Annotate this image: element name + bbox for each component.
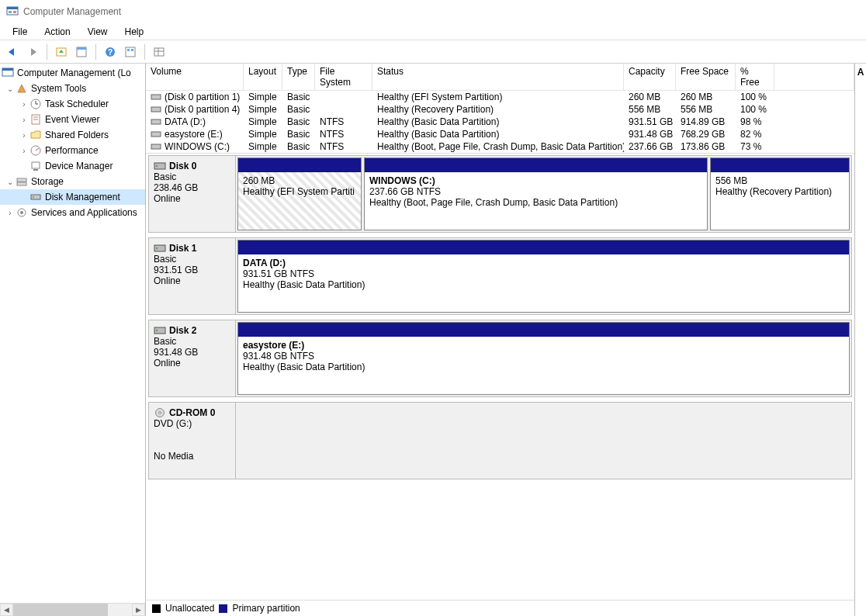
disk-row[interactable]: Disk 1Basic931.51 GBOnlineDATA (D:)931.5…	[148, 237, 852, 315]
volume-type-cell: Basic	[282, 116, 315, 128]
tree-task-scheduler[interactable]: › Task Scheduler	[0, 96, 145, 112]
col-filesystem[interactable]: File System	[315, 64, 372, 91]
disk-row[interactable]: CD-ROM 0DVD (G:)No Media	[148, 402, 852, 479]
help-button[interactable]: ?	[101, 43, 120, 61]
disk-partitions: easystore (E:)931.48 GB NTFSHealthy (Bas…	[236, 320, 851, 396]
scroll-thumb[interactable]	[13, 604, 108, 616]
tree-label: System Tools	[31, 83, 86, 94]
svg-rect-1	[7, 7, 18, 9]
actions-pane-collapsed[interactable]: A	[855, 64, 866, 616]
disk-management-icon	[29, 191, 42, 203]
disk-state: Online	[154, 275, 230, 286]
expand-icon[interactable]: ›	[19, 100, 29, 109]
expand-icon[interactable]: ›	[19, 147, 29, 155]
expand-icon[interactable]: ›	[19, 131, 29, 140]
disk-state: Online	[154, 193, 230, 204]
col-capacity[interactable]: Capacity	[624, 64, 676, 91]
volume-percent-cell: 82 %	[736, 128, 774, 140]
col-free-space[interactable]: Free Space	[676, 64, 736, 91]
svg-point-32	[20, 211, 23, 214]
scroll-right-icon[interactable]: ▶	[132, 604, 145, 616]
partition[interactable]: DATA (D:)931.51 GB NTFSHealthy (Basic Da…	[237, 240, 850, 313]
legend-unallocated-label: Unallocated	[165, 603, 214, 614]
menu-help[interactable]: Help	[117, 25, 152, 39]
partition-title: easystore (E:)	[243, 340, 844, 351]
disk-row[interactable]: Disk 0Basic238.46 GBOnline260 MBHealthy …	[148, 155, 852, 233]
tree-system-tools[interactable]: ⌄ System Tools	[0, 81, 145, 96]
tree-root[interactable]: Computer Management (Lo	[0, 65, 145, 81]
disk-type: DVD (G:)	[154, 418, 230, 429]
volume-free-cell: 768.29 GB	[676, 128, 736, 140]
window-title: Computer Management	[23, 6, 121, 17]
tree-storage[interactable]: ⌄ Storage	[0, 174, 145, 189]
volume-layout-cell: Simple	[244, 91, 282, 103]
partition-size: 260 MB	[243, 175, 356, 186]
partition-status: Healthy (EFI System Partiti	[243, 186, 356, 197]
collapse-icon[interactable]: ⌄	[5, 178, 16, 186]
volume-row[interactable]: (Disk 0 partition 1)SimpleBasicHealthy (…	[146, 91, 854, 103]
volume-icon	[151, 130, 161, 139]
svg-rect-25	[32, 162, 40, 168]
svg-rect-35	[151, 119, 161, 124]
menubar: File Action View Help	[0, 23, 866, 40]
collapse-icon[interactable]: ⌄	[5, 85, 16, 93]
partition[interactable]: easystore (E:)931.48 GB NTFSHealthy (Bas…	[237, 322, 850, 395]
partition[interactable]: 556 MBHealthy (Recovery Partition)	[710, 157, 850, 230]
partition[interactable]: WINDOWS (C:)237.66 GB NTFSHealthy (Boot,…	[364, 157, 708, 230]
tree-event-viewer[interactable]: › Event Viewer	[0, 112, 145, 127]
scroll-track[interactable]	[13, 604, 132, 616]
performance-icon	[29, 144, 42, 157]
col-status[interactable]: Status	[372, 64, 624, 91]
disk-size: 238.46 GB	[154, 182, 230, 193]
volume-fs-cell: NTFS	[315, 140, 372, 153]
back-button[interactable]	[3, 43, 22, 61]
properties-button[interactable]	[72, 43, 91, 61]
volume-row[interactable]: WINDOWS (C:)SimpleBasicNTFSHealthy (Boot…	[146, 140, 854, 153]
partition-body: WINDOWS (C:)237.66 GB NTFSHealthy (Boot,…	[365, 172, 707, 230]
tree-shared-folders[interactable]: › Shared Folders	[0, 127, 145, 143]
svg-rect-6	[77, 47, 86, 50]
col-volume[interactable]: Volume	[146, 64, 244, 91]
col-layout[interactable]: Layout	[244, 64, 282, 91]
expand-icon[interactable]: ›	[19, 116, 29, 124]
partition-stripe	[238, 158, 361, 172]
disk-size: 931.51 GB	[154, 265, 230, 275]
disk-icon	[154, 161, 166, 171]
menu-action[interactable]: Action	[36, 25, 78, 39]
volume-capacity-cell: 237.66 GB	[624, 140, 676, 153]
svg-point-30	[33, 196, 34, 198]
col-type[interactable]: Type	[282, 64, 315, 91]
settings-button[interactable]	[121, 43, 140, 61]
volume-status-cell: Healthy (Basic Data Partition)	[372, 116, 624, 128]
disk-icon	[154, 243, 166, 254]
expand-icon[interactable]: ›	[5, 209, 16, 217]
col-percent-free[interactable]: % Free	[736, 64, 774, 91]
volume-capacity-cell: 931.48 GB	[624, 128, 676, 140]
menu-file[interactable]: File	[5, 25, 35, 39]
volume-percent-cell: 100 %	[736, 103, 774, 116]
disk-info: Disk 0Basic238.46 GBOnline	[149, 156, 236, 232]
volume-name-cell: (Disk 0 partition 1)	[146, 91, 244, 103]
tree-label: Event Viewer	[45, 114, 99, 125]
svg-rect-10	[127, 49, 130, 51]
tree-label: Device Manager	[45, 161, 113, 171]
scroll-left-icon[interactable]: ◀	[0, 604, 13, 616]
volume-list: Volume Layout Type File System Status Ca…	[146, 64, 854, 154]
tree-device-manager[interactable]: Device Manager	[0, 158, 145, 174]
disk-row[interactable]: Disk 2Basic931.48 GBOnlineeasystore (E:)…	[148, 320, 852, 397]
volume-row[interactable]: (Disk 0 partition 4)SimpleBasicHealthy (…	[146, 103, 854, 116]
volume-row[interactable]: easystore (E:)SimpleBasicNTFSHealthy (Ba…	[146, 128, 854, 140]
tree-services-applications[interactable]: › Services and Applications	[0, 205, 145, 220]
view-button[interactable]	[150, 43, 168, 61]
tree-disk-management[interactable]: Disk Management	[0, 189, 145, 205]
forward-button[interactable]	[23, 43, 42, 61]
volume-row[interactable]: DATA (D:)SimpleBasicNTFSHealthy (Basic D…	[146, 116, 854, 128]
svg-rect-12	[154, 48, 164, 56]
menu-view[interactable]: View	[80, 25, 116, 39]
disk-icon	[154, 325, 166, 336]
tree-performance[interactable]: › Performance	[0, 143, 145, 158]
tree-hscrollbar[interactable]: ◀ ▶	[0, 603, 145, 616]
up-button[interactable]	[52, 43, 71, 61]
partition[interactable]: 260 MBHealthy (EFI System Partiti	[237, 157, 362, 230]
disk-graphical-view: Disk 0Basic238.46 GBOnline260 MBHealthy …	[146, 154, 854, 600]
